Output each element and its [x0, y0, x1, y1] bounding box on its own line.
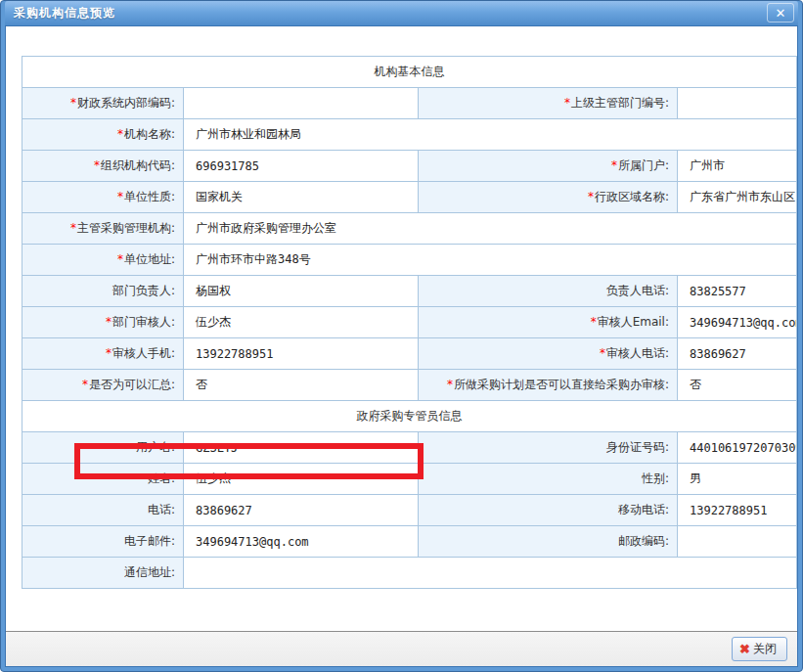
field-label: *财政系统内部编码: — [22, 88, 184, 119]
section-row: 政府采购专管员信息 — [22, 401, 797, 432]
table-row: 姓名:伍少杰性别:男 — [22, 464, 797, 495]
close-button-label: 关闭 — [753, 641, 777, 657]
field-label: *是否为可以汇总: — [22, 370, 184, 401]
field-label: 邮政编码: — [419, 526, 678, 558]
preview-dialog: 采购机构信息预览 ✕ 机构基本信息*财政系统内部编码:*上级主管部门编号:*机构… — [0, 0, 803, 672]
field-value: 83869627 — [184, 495, 419, 526]
field-label: 电子邮件: — [22, 526, 184, 558]
field-label: 身份证号码: — [419, 432, 678, 464]
field-label: 性别: — [419, 464, 678, 495]
field-value: 349694713@qq.com — [184, 526, 419, 558]
table-area: 机构基本信息*财政系统内部编码:*上级主管部门编号:*机构名称:广州市林业和园林… — [6, 26, 797, 631]
required-asterisk: * — [70, 96, 76, 110]
table-row: 通信地址: — [22, 558, 797, 589]
field-label: *部门审核人: — [22, 307, 184, 338]
field-label: *审核人手机: — [22, 338, 184, 370]
field-label: *机构名称: — [22, 119, 184, 151]
field-value: 696931785 — [184, 151, 419, 182]
field-value: 否 — [184, 370, 419, 401]
close-button[interactable]: ✖ 关闭 — [732, 637, 787, 661]
field-value: 广州市 — [678, 151, 797, 182]
table-row: 电话:83869627移动电话:13922788951 — [22, 495, 797, 526]
field-value: 否 — [678, 370, 797, 401]
field-label: 电话: — [22, 495, 184, 526]
section-header: 政府采购专管员信息 — [22, 401, 797, 432]
field-value: 杨国权 — [184, 276, 419, 307]
dialog-title: 采购机构信息预览 — [14, 5, 115, 22]
table-row: *部门审核人:伍少杰*审核人Email:349694713@qq.com — [22, 307, 797, 338]
field-value: 伍少杰 — [184, 464, 419, 495]
table-row: *机构名称:广州市林业和园林局 — [22, 119, 797, 151]
required-asterisk: * — [94, 158, 100, 172]
close-button-x-icon: ✖ — [739, 643, 750, 655]
required-asterisk: * — [591, 315, 597, 329]
field-label: 部门负责人: — [22, 276, 184, 307]
required-asterisk: * — [117, 190, 123, 203]
required-asterisk: * — [447, 378, 453, 391]
table-row: 部门负责人:杨国权负责人电话:83825577 — [22, 276, 797, 307]
field-value: 广东省广州市东山区 — [678, 182, 797, 213]
field-value: 13922788951 — [184, 338, 419, 370]
close-icon[interactable]: ✕ — [767, 3, 794, 22]
field-label: *所做采购计划是否可以直接给采购办审核: — [419, 370, 678, 401]
field-value: 83869627 — [678, 338, 797, 370]
field-label: *审核人Email: — [419, 307, 678, 338]
field-label: 姓名: — [22, 464, 184, 495]
field-label: 通信地址: — [22, 558, 184, 589]
table-row: *单位地址:广州市环市中路348号 — [22, 245, 797, 276]
required-asterisk: * — [117, 252, 123, 266]
field-value: GZSLYJ — [184, 432, 419, 464]
table-row: *审核人手机:13922788951*审核人电话:83869627 — [22, 338, 797, 370]
dialog-content: 机构基本信息*财政系统内部编码:*上级主管部门编号:*机构名称:广州市林业和园林… — [5, 25, 798, 667]
field-value: 广州市林业和园林局 — [184, 119, 797, 151]
field-label: 负责人电话: — [419, 276, 678, 307]
field-value: 广州市环市中路348号 — [184, 245, 797, 276]
required-asterisk: * — [106, 346, 112, 360]
required-asterisk: * — [106, 315, 112, 329]
required-asterisk: * — [70, 221, 76, 235]
table-row: *主管采购管理机构:广州市政府采购管理办公室 — [22, 213, 797, 245]
field-label: *上级主管部门编号: — [419, 88, 678, 119]
field-label: *单位性质: — [22, 182, 184, 213]
required-asterisk: * — [588, 190, 594, 203]
field-value: 13922788951 — [678, 495, 797, 526]
field-value — [184, 88, 419, 119]
info-table-body: 机构基本信息*财政系统内部编码:*上级主管部门编号:*机构名称:广州市林业和园林… — [22, 57, 797, 589]
field-value: 男 — [678, 464, 797, 495]
field-label: *单位地址: — [22, 245, 184, 276]
field-label: 移动电话: — [419, 495, 678, 526]
info-table: 机构基本信息*财政系统内部编码:*上级主管部门编号:*机构名称:广州市林业和园林… — [22, 56, 797, 589]
field-value: 伍少杰 — [184, 307, 419, 338]
field-value: 83825577 — [678, 276, 797, 307]
required-asterisk: * — [611, 158, 617, 172]
table-row: *财政系统内部编码:*上级主管部门编号: — [22, 88, 797, 119]
field-value: 440106197207030918 — [678, 432, 797, 464]
table-row: 电子邮件:349694713@qq.com邮政编码: — [22, 526, 797, 558]
dialog-titlebar: 采购机构信息预览 — [5, 1, 798, 25]
field-label: *组织机构代码: — [22, 151, 184, 182]
table-row: *组织机构代码:696931785*所属门户:广州市 — [22, 151, 797, 182]
dialog-footer: ✖ 关闭 — [6, 631, 797, 666]
required-asterisk: * — [600, 346, 605, 360]
field-value: 349694713@qq.com — [678, 307, 797, 338]
field-value: 国家机关 — [184, 182, 419, 213]
table-row: 用户名:GZSLYJ身份证号码:440106197207030918 — [22, 432, 797, 464]
required-asterisk: * — [82, 378, 88, 391]
field-label: *主管采购管理机构: — [22, 213, 184, 245]
field-value — [184, 558, 797, 589]
field-label: *审核人电话: — [419, 338, 678, 370]
field-value: 广州市政府采购管理办公室 — [184, 213, 797, 245]
field-label: *所属门户: — [419, 151, 678, 182]
section-row: 机构基本信息 — [22, 57, 797, 88]
section-header: 机构基本信息 — [22, 57, 797, 88]
field-value — [678, 88, 797, 119]
required-asterisk: * — [564, 96, 570, 110]
required-asterisk: * — [117, 127, 123, 141]
table-row: *是否为可以汇总:否*所做采购计划是否可以直接给采购办审核:否 — [22, 370, 797, 401]
field-label: 用户名: — [22, 432, 184, 464]
field-label: *行政区域名称: — [419, 182, 678, 213]
field-value — [678, 526, 797, 558]
table-row: *单位性质:国家机关*行政区域名称:广东省广州市东山区 — [22, 182, 797, 213]
